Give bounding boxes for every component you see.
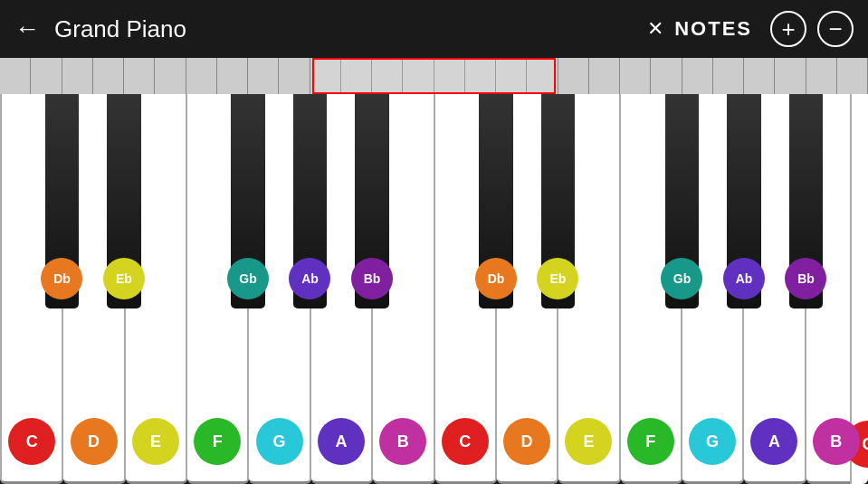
- note-label: E: [132, 418, 179, 465]
- note-label: C: [8, 418, 55, 465]
- note-label: F: [194, 418, 241, 465]
- mini-white-key: [186, 58, 217, 94]
- mini-keyboard-highlight: [312, 58, 556, 94]
- white-key-e2[interactable]: E: [126, 94, 187, 484]
- mini-white-key: [837, 58, 868, 94]
- header-controls: ✕ NOTES + −: [647, 11, 854, 47]
- mini-white-key: [31, 58, 62, 94]
- note-label: A: [750, 418, 797, 465]
- note-label: A: [318, 418, 365, 465]
- page-title: Grand Piano: [54, 15, 647, 43]
- white-key-d8[interactable]: D: [497, 94, 558, 484]
- white-key-b6[interactable]: B: [373, 94, 434, 484]
- mini-white-key: [558, 58, 589, 94]
- mini-white-key: [62, 58, 93, 94]
- note-label: G: [256, 418, 303, 465]
- note-label: F: [627, 418, 674, 465]
- zoom-in-button[interactable]: +: [770, 11, 806, 47]
- mini-white-key: [0, 58, 31, 94]
- partial-white-key[interactable]: C: [850, 94, 868, 484]
- mini-white-key: [620, 58, 651, 94]
- white-keys: CDEFGABCDEFGAB: [0, 94, 868, 484]
- mini-white-key: [124, 58, 155, 94]
- mini-white-key: [682, 58, 713, 94]
- white-key-a12[interactable]: A: [744, 94, 806, 484]
- mini-white-key: [651, 58, 682, 94]
- mini-white-key: [217, 58, 248, 94]
- note-label: E: [565, 418, 612, 465]
- white-key-d1[interactable]: D: [63, 94, 125, 484]
- mini-white-key: [589, 58, 620, 94]
- mini-white-key: [744, 58, 775, 94]
- white-key-g4[interactable]: G: [249, 94, 310, 484]
- mini-white-key: [806, 58, 837, 94]
- note-label: D: [71, 418, 118, 465]
- note-label: B: [379, 418, 426, 465]
- white-key-a5[interactable]: A: [311, 94, 373, 484]
- note-label: D: [503, 418, 550, 465]
- white-key-f10[interactable]: F: [621, 94, 682, 484]
- white-key-e9[interactable]: E: [558, 94, 620, 484]
- mini-white-key: [279, 58, 310, 94]
- mini-keyboard-strip[interactable]: [0, 58, 868, 94]
- close-notes-button[interactable]: ✕: [647, 17, 663, 41]
- white-key-g11[interactable]: G: [682, 94, 744, 484]
- piano-keyboard[interactable]: CDEFGABCDEFGAB DbEbGbAbBbDbEbGbAbBb C: [0, 94, 868, 484]
- header: ← Grand Piano ✕ NOTES + −: [0, 0, 868, 58]
- white-key-c7[interactable]: C: [435, 94, 497, 484]
- zoom-out-button[interactable]: −: [817, 11, 854, 47]
- white-key-c0[interactable]: C: [0, 94, 63, 484]
- note-label: C: [442, 418, 489, 465]
- mini-white-key: [775, 58, 806, 94]
- back-button[interactable]: ←: [14, 16, 40, 42]
- white-key-f3[interactable]: F: [187, 94, 249, 484]
- mini-white-key: [248, 58, 279, 94]
- mini-white-key: [93, 58, 124, 94]
- note-label: G: [689, 418, 736, 465]
- mini-white-key: [155, 58, 186, 94]
- notes-label: NOTES: [674, 17, 752, 41]
- mini-white-key: [713, 58, 744, 94]
